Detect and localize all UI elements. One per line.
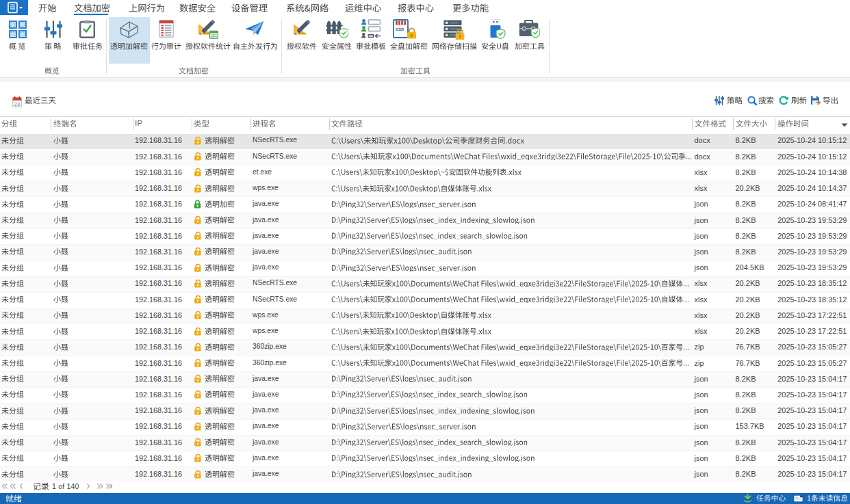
svg-text:SSD: SSD <box>396 27 404 31</box>
svg-text:23: 23 <box>14 101 19 107</box>
